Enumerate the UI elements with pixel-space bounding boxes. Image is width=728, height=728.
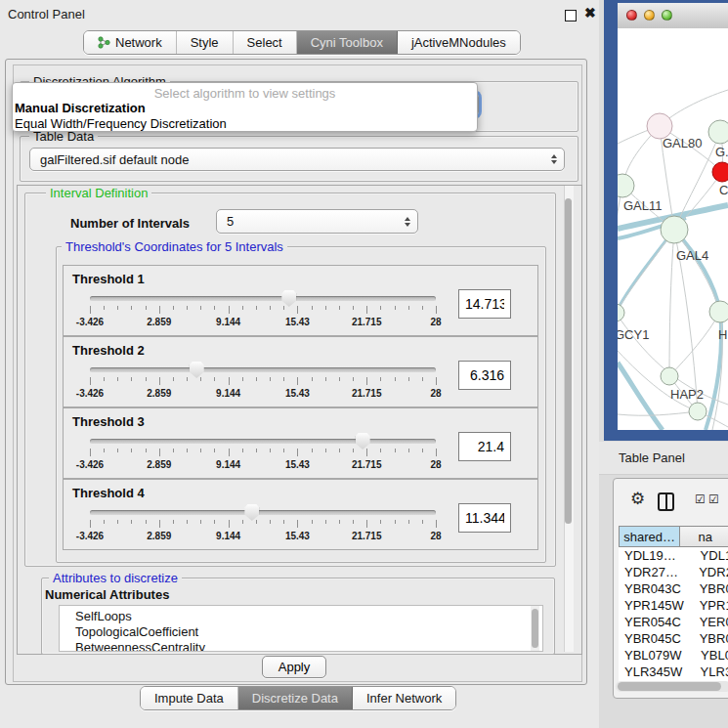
- table-cell[interactable]: YER0: [690, 614, 728, 630]
- network-window-titlebar[interactable]: [618, 3, 728, 29]
- table-row[interactable]: YDR27…YDR2: [619, 564, 728, 580]
- table-horizontal-scrollbar[interactable]: [616, 681, 728, 692]
- table-cell[interactable]: YER054C: [619, 614, 690, 630]
- table-row[interactable]: YPR145WYPR1: [619, 597, 728, 614]
- table-row[interactable]: YDL19…YDL1: [619, 547, 728, 564]
- network-node[interactable]: [712, 162, 728, 182]
- threshold-value-field[interactable]: [458, 432, 511, 461]
- slider-thumb[interactable]: [244, 504, 259, 521]
- table-row[interactable]: YBR045CYBR0: [619, 630, 728, 647]
- slider-thumb[interactable]: [281, 290, 296, 307]
- slider-ticks: [90, 306, 436, 315]
- network-icon: [98, 36, 110, 49]
- attribute-list-item[interactable]: TopologicalCoefficient: [75, 624, 542, 640]
- table-horizontal-scrollbar-thumb[interactable]: [618, 682, 721, 691]
- table-cell[interactable]: YDR2: [689, 564, 728, 580]
- number-of-intervals-combobox[interactable]: 5: [216, 209, 418, 234]
- slider-tick-labels: -3.4262.8599.14415.4321.71528: [90, 317, 436, 328]
- network-node[interactable]: [709, 301, 728, 322]
- tab-discretize-data[interactable]: Discretize Data: [238, 687, 353, 709]
- network-node[interactable]: [661, 216, 688, 243]
- table-cell[interactable]: YBL079W: [619, 647, 691, 664]
- attribute-list-item[interactable]: SelfLoops: [75, 609, 542, 624]
- slider-ticks: [90, 377, 436, 386]
- tab-jactivemnodules[interactable]: jActiveMNodules: [398, 31, 520, 54]
- slider-tick-labels: -3.4262.8599.14415.4321.71528: [90, 459, 436, 471]
- column-layout-icon[interactable]: [658, 492, 674, 511]
- threshold-slider[interactable]: -3.4262.8599.14415.4321.71528: [90, 364, 436, 404]
- attributes-group-label: Attributes to discretize: [49, 571, 182, 585]
- threshold-panel: Threshold 1 -3.4262.8599.14415.4321.7152…: [63, 265, 538, 336]
- tab-style[interactable]: Style: [177, 31, 234, 54]
- threshold-slider[interactable]: -3.4262.8599.14415.4321.71528: [90, 436, 436, 475]
- table-cell[interactable]: YBL0: [691, 647, 728, 664]
- slider-track[interactable]: [90, 296, 436, 301]
- table-cell[interactable]: YLR3: [691, 664, 728, 680]
- table-cell[interactable]: YBR045C: [619, 630, 690, 647]
- slider-ticks: [90, 520, 436, 529]
- tab-network[interactable]: Network: [84, 31, 177, 54]
- numerical-attributes-list[interactable]: SelfLoopsTopologicalCoefficientBetweenne…: [59, 605, 543, 652]
- attributes-list-scrollbar-thumb[interactable]: [532, 609, 538, 648]
- table-cell[interactable]: YDL1: [691, 547, 728, 564]
- number-of-intervals-value: 5: [227, 214, 234, 229]
- table-row[interactable]: YBL079WYBL0: [619, 647, 728, 664]
- threshold-slider[interactable]: -3.4262.8599.14415.4321.71528: [90, 293, 436, 332]
- tab-infer-network[interactable]: Infer Network: [353, 687, 455, 709]
- number-of-intervals-label: Number of Intervals: [70, 216, 190, 231]
- attribute-list-item[interactable]: BetweennessCentrality: [75, 640, 542, 652]
- table-cell[interactable]: YLR345W: [619, 664, 691, 680]
- table-row[interactable]: YLR345WYLR3: [619, 664, 728, 680]
- zoom-traffic-light-icon[interactable]: [662, 10, 672, 21]
- checkbox-icon[interactable]: ☑: [695, 493, 706, 505]
- dropdown-placeholder-item[interactable]: Select algorithm to view settings: [13, 86, 477, 101]
- threshold-value-field[interactable]: [458, 289, 511, 319]
- network-view-canvas[interactable]: GAL80G.CGAL11GAL4GCY1HHAP2: [618, 28, 728, 430]
- checkbox-icon[interactable]: ☑: [708, 493, 719, 505]
- network-node[interactable]: [618, 304, 624, 321]
- slider-track[interactable]: [90, 510, 436, 515]
- dropdown-item-manual-discretization[interactable]: Manual Discretization: [15, 101, 146, 115]
- table-panel-title: Table Panel: [619, 450, 685, 465]
- column-header-shared-name[interactable]: shared…: [619, 526, 680, 547]
- settings-scrollbar-thumb[interactable]: [565, 198, 572, 524]
- minimize-traffic-light-icon[interactable]: [644, 10, 655, 21]
- combo-arrows-icon: [551, 154, 557, 164]
- slider-thumb[interactable]: [190, 362, 204, 378]
- table-cell[interactable]: YBR043C: [619, 580, 690, 597]
- table-cell[interactable]: YPR1: [690, 597, 728, 614]
- tick-label: 28: [430, 317, 441, 327]
- network-node[interactable]: [708, 120, 728, 144]
- gear-icon[interactable]: ⚙: [630, 491, 645, 507]
- slider-track[interactable]: [90, 367, 436, 372]
- slider-track[interactable]: [90, 439, 436, 444]
- network-node[interactable]: [689, 403, 707, 420]
- tab-impute-data[interactable]: Impute Data: [141, 687, 238, 709]
- tick-label: -3.426: [76, 459, 104, 470]
- slider-thumb[interactable]: [356, 433, 370, 450]
- apply-button[interactable]: Apply: [262, 656, 326, 678]
- threshold-value-field[interactable]: [458, 361, 511, 390]
- tab-label: Impute Data: [154, 691, 224, 706]
- close-icon[interactable]: ✖: [584, 5, 596, 21]
- table-cell[interactable]: YDL19…: [619, 547, 691, 564]
- close-traffic-light-icon[interactable]: [626, 10, 637, 21]
- column-header-name[interactable]: na: [680, 526, 728, 547]
- threshold-value-field[interactable]: [458, 503, 511, 533]
- table-row[interactable]: YBR043CYBR0: [619, 580, 728, 597]
- top-tab-bar: Network Style Select Cyni Toolbox jActiv…: [83, 30, 521, 55]
- tab-select[interactable]: Select: [234, 31, 297, 54]
- network-node[interactable]: [661, 367, 678, 385]
- table-data-combobox[interactable]: galFiltered.sif default node: [29, 148, 565, 171]
- window-title: Control Panel: [8, 7, 85, 21]
- table-cell[interactable]: YBR0: [690, 630, 728, 647]
- tick-label: -3.426: [76, 388, 104, 399]
- dropdown-item-equal-width-frequency[interactable]: Equal Width/Frequency Discretization: [15, 116, 227, 131]
- table-cell[interactable]: YPR145W: [619, 597, 690, 614]
- table-cell[interactable]: YBR0: [690, 580, 728, 597]
- float-window-icon[interactable]: [565, 10, 577, 21]
- table-cell[interactable]: YDR27…: [619, 564, 689, 580]
- tab-cyni-toolbox[interactable]: Cyni Toolbox: [297, 31, 398, 54]
- threshold-slider[interactable]: -3.4262.8599.14415.4321.71528: [90, 507, 436, 546]
- table-row[interactable]: YER054CYER0: [619, 614, 728, 630]
